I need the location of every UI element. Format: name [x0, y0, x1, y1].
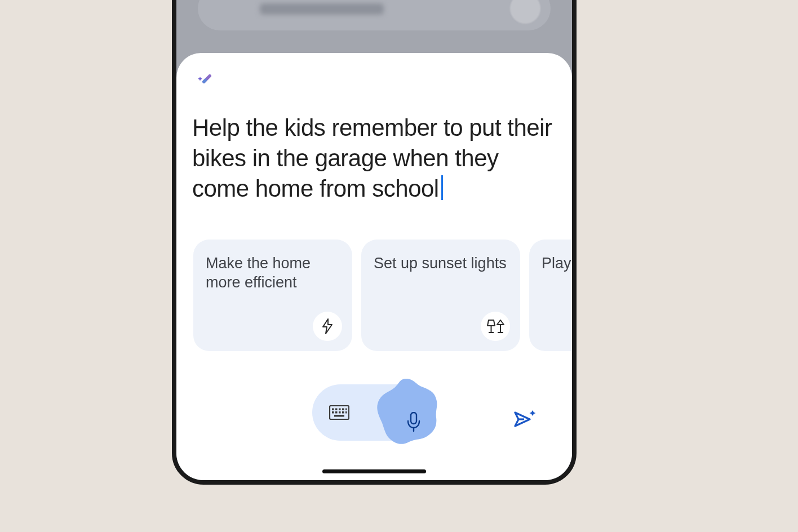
suggestion-label: Make the home more efficient — [206, 254, 340, 292]
home-indicator[interactable] — [322, 469, 426, 473]
prompt-text-input[interactable]: Help the kids remember to put their bike… — [192, 113, 556, 203]
prompt-text: Help the kids remember to put their bike… — [192, 114, 552, 202]
svg-rect-7 — [332, 409, 334, 411]
svg-rect-13 — [335, 411, 338, 414]
background-search-bar — [198, 0, 551, 30]
send-icon — [514, 408, 538, 428]
automation-sheet: Help the kids remember to put their bike… — [176, 53, 572, 480]
suggestion-card-efficient[interactable]: Make the home more efficient — [193, 240, 352, 351]
keyboard-icon — [329, 405, 349, 420]
suggestion-card-sunset[interactable]: Set up sunset lights — [361, 240, 520, 351]
phone-frame: Help the kids remember to put their bike… — [172, 0, 577, 485]
suggestion-card-partial[interactable]: Play s when — [529, 240, 572, 351]
lamp-icon — [481, 312, 510, 341]
send-button[interactable] — [511, 404, 540, 433]
mic-button[interactable] — [370, 375, 443, 449]
svg-rect-15 — [342, 411, 344, 414]
keyboard-button[interactable] — [312, 385, 366, 440]
input-mode-pill — [312, 384, 436, 441]
blurred-avatar — [510, 0, 540, 24]
svg-rect-16 — [345, 411, 347, 414]
phone-screen: Help the kids remember to put their bike… — [176, 0, 572, 480]
suggestion-cards[interactable]: Make the home more efficient Set up suns… — [193, 240, 556, 351]
svg-rect-11 — [345, 409, 347, 411]
svg-rect-12 — [332, 411, 334, 414]
suggestion-label: Play s when — [542, 254, 572, 273]
svg-rect-10 — [342, 409, 344, 411]
magic-wand-icon — [193, 71, 215, 92]
svg-rect-9 — [339, 409, 341, 411]
svg-rect-17 — [334, 415, 344, 417]
svg-rect-14 — [339, 411, 341, 414]
text-cursor — [441, 175, 443, 200]
blurred-text — [260, 3, 384, 15]
svg-rect-18 — [411, 413, 416, 424]
svg-rect-8 — [335, 409, 338, 411]
bolt-icon — [313, 312, 342, 341]
suggestion-label: Set up sunset lights — [374, 254, 508, 273]
